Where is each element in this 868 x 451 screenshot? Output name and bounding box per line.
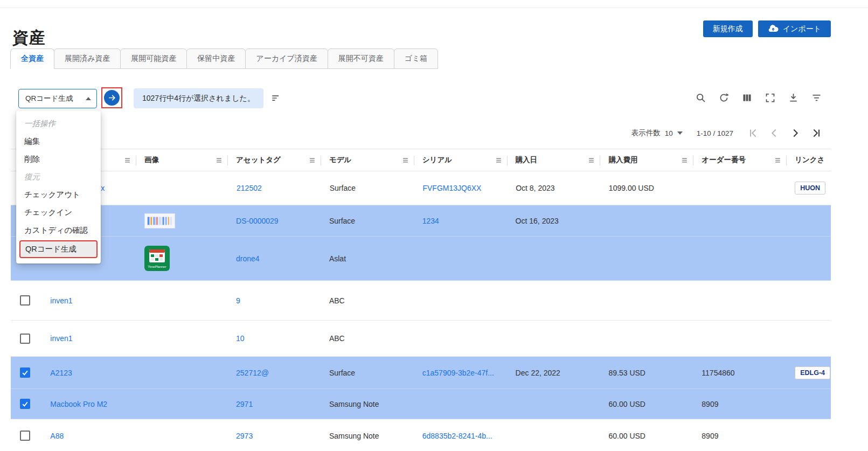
header-asset-tag-column[interactable]: アセットタグ xyxy=(228,149,321,171)
asset-tag-link[interactable]: 252712@ xyxy=(236,369,269,377)
bulk-action-select[interactable]: QRコード生成 xyxy=(18,89,97,108)
header-label: リンクさ xyxy=(795,155,824,165)
column-menu-icon[interactable] xyxy=(402,157,409,165)
column-menu-icon[interactable] xyxy=(216,157,223,165)
download-icon[interactable] xyxy=(787,92,799,103)
tab-all-assets[interactable]: 全資産 xyxy=(10,48,54,69)
page-title: 資産 xyxy=(12,27,46,49)
model-cell: Surface xyxy=(329,369,355,377)
menu-item-label: 編集 xyxy=(24,137,40,145)
table-header-row: 画像 アセットタグ モデル シリアル xyxy=(11,149,831,171)
menu-item-label: 削除 xyxy=(24,155,40,163)
menu-item-edit[interactable]: 編集 xyxy=(16,133,101,150)
asset-tag-link[interactable]: 10 xyxy=(236,334,245,343)
purchase-cost-cell: 60.00 USD xyxy=(608,432,645,440)
serial-link[interactable]: FVFGM13JQ6XX xyxy=(422,184,481,192)
asset-tag-link[interactable]: 2971 xyxy=(236,400,253,408)
assets-table: 画像 アセットタグ モデル シリアル xyxy=(11,149,831,451)
order-number-cell: 11754860 xyxy=(702,369,734,377)
column-menu-icon[interactable] xyxy=(588,157,595,165)
asset-image-thumbnail[interactable] xyxy=(144,213,175,228)
row-checkbox[interactable] xyxy=(20,367,30,378)
columns-icon[interactable] xyxy=(741,92,753,103)
menu-item-checkout[interactable]: チェックアウト xyxy=(16,186,101,204)
order-number-cell: 8909 xyxy=(702,432,718,440)
filter-icon[interactable] xyxy=(810,92,822,103)
header-label: アセットタグ xyxy=(236,155,281,165)
asset-tag-link[interactable]: 9 xyxy=(236,296,240,305)
first-page-icon[interactable] xyxy=(747,127,759,139)
header-label: 購入日 xyxy=(516,155,538,165)
header-linked-column[interactable]: リンクさ xyxy=(787,149,831,171)
apply-bulk-action-button[interactable] xyxy=(104,90,120,106)
table-row[interactable]: A88 2973 Samsung Note 6d8835b2-8241-4b..… xyxy=(11,419,831,451)
asset-tag-link[interactable]: 212502 xyxy=(237,184,262,192)
menu-item-checkin[interactable]: チェックイン xyxy=(16,204,101,221)
asset-name-link[interactable]: x xyxy=(101,184,105,192)
table-row[interactable]: inven1 10 ABC xyxy=(11,321,831,357)
column-menu-icon[interactable] xyxy=(124,157,131,165)
column-menu-icon[interactable] xyxy=(681,157,688,165)
asset-image-thumbnail[interactable]: TimePlanner xyxy=(144,246,170,271)
asset-tag-link[interactable]: 2973 xyxy=(236,432,253,440)
asset-name-link[interactable]: inven1 xyxy=(50,334,72,343)
row-checkbox[interactable] xyxy=(20,399,30,409)
asset-tag-link[interactable]: drone4 xyxy=(236,254,260,263)
linked-badge[interactable]: EDLG-4 xyxy=(795,366,830,379)
menu-item-delete[interactable]: 削除 xyxy=(16,150,101,168)
row-checkbox[interactable] xyxy=(20,295,30,306)
asset-tag-link[interactable]: DS-0000029 xyxy=(236,217,279,225)
rows-per-page-control[interactable]: 表示件数 10 xyxy=(631,128,683,138)
row-checkbox[interactable] xyxy=(20,431,30,441)
chevron-right-icon[interactable] xyxy=(789,127,801,139)
create-new-button[interactable]: 新規作成 xyxy=(703,20,753,37)
header-purchase-date-column[interactable]: 購入日 xyxy=(508,149,601,171)
import-button[interactable]: インポート xyxy=(758,20,831,37)
pagination-nav xyxy=(747,127,822,139)
asset-name-link[interactable]: inven1 xyxy=(50,296,72,305)
header-order-number-column[interactable]: オーダー番号 xyxy=(693,149,787,171)
table-row[interactable]: inven1 9 ABC xyxy=(11,281,831,321)
last-page-icon[interactable] xyxy=(810,127,822,139)
header-purchase-cost-column[interactable]: 購入費用 xyxy=(600,149,693,171)
header-image-column[interactable]: 画像 xyxy=(136,149,228,171)
column-menu-icon[interactable] xyxy=(309,157,316,165)
tab-undeployable-assets[interactable]: 展開不可資産 xyxy=(328,48,394,69)
refresh-icon[interactable] xyxy=(718,92,730,103)
asset-name-link[interactable]: Macbook Pro M2 xyxy=(50,400,107,408)
asset-name-link[interactable]: A2123 xyxy=(50,369,72,377)
serial-link[interactable]: 6d8835b2-8241-4b... xyxy=(422,432,492,440)
purchase-date-cell: Dec 22, 2022 xyxy=(516,369,560,377)
row-checkbox[interactable] xyxy=(20,334,30,344)
column-menu-icon[interactable] xyxy=(774,157,781,165)
menu-item-label: QRコード生成 xyxy=(25,245,77,253)
menu-item-generate-qr-code[interactable]: QRコード生成 xyxy=(19,240,98,258)
menu-item-label: 復元 xyxy=(24,172,40,181)
column-menu-icon[interactable] xyxy=(495,157,502,165)
tab-trash[interactable]: ゴミ箱 xyxy=(394,48,439,69)
fullscreen-icon[interactable] xyxy=(764,92,776,103)
rows-per-page-label: 表示件数 xyxy=(631,128,661,138)
menu-item-confirm-custody[interactable]: カストディの確認 xyxy=(16,221,101,239)
table-row[interactable]: x 212502 Surface FVFGM13JQ6XX Oct 8, 202… xyxy=(11,171,831,205)
table-row[interactable]: A2123 252712@ Surface c1a57909-3b2e-47f.… xyxy=(11,357,831,389)
linked-badge[interactable]: HUON xyxy=(795,182,825,195)
table-row[interactable]: TimePlanner drone4 Aslat xyxy=(11,237,831,281)
sort-icon[interactable] xyxy=(270,93,281,106)
tab-label: 展開済み資産 xyxy=(65,54,110,63)
header-model-column[interactable]: モデル xyxy=(321,149,414,171)
purchase-cost-cell: 1099.00 USD xyxy=(609,184,654,192)
tab-deployable-assets[interactable]: 展開可能資産 xyxy=(120,48,187,69)
header-serial-column[interactable]: シリアル xyxy=(414,149,508,171)
tab-pending-assets[interactable]: 保留中資産 xyxy=(186,48,246,69)
search-icon[interactable] xyxy=(695,92,706,103)
table-row[interactable]: Macbook Pro M2 2971 Samsung Note 60.00 U… xyxy=(11,389,831,419)
import-label: インポート xyxy=(783,24,821,34)
table-row[interactable]: DS-0000029 Surface 1234 Oct 16, 2023 xyxy=(11,205,831,237)
serial-link[interactable]: 1234 xyxy=(422,217,439,225)
asset-name-link[interactable]: A88 xyxy=(50,432,64,440)
serial-link[interactable]: c1a57909-3b2e-47f... xyxy=(422,369,494,377)
tab-archived-assets[interactable]: アーカイブ済資産 xyxy=(245,48,328,69)
chevron-left-icon[interactable] xyxy=(768,127,780,139)
tab-deployed-assets[interactable]: 展開済み資産 xyxy=(54,48,121,69)
